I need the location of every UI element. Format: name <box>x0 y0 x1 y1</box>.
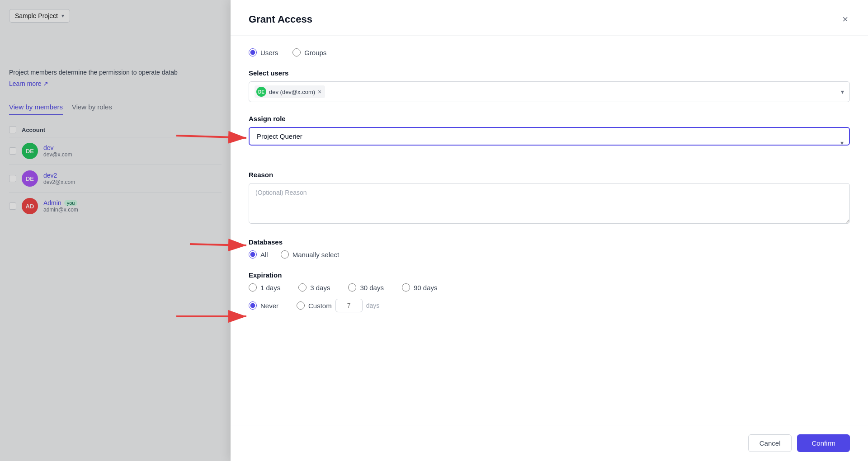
radio-exp-30days[interactable]: 30 days <box>348 283 384 292</box>
radio-databases-manual[interactable]: Manually select <box>281 250 339 259</box>
radio-exp-90days[interactable]: 90 days <box>402 283 438 292</box>
radio-30days-input[interactable] <box>348 283 356 292</box>
user-tag: DE dev (dev@x.com) × <box>255 85 325 98</box>
radio-users-label: Users <box>260 49 278 56</box>
modal-footer: Cancel Confirm <box>231 425 868 461</box>
radio-users[interactable]: Users <box>249 48 278 56</box>
days-unit-label: days <box>366 302 380 309</box>
user-tag-avatar: DE <box>256 87 266 97</box>
role-select[interactable]: Project Querier Project Owner Project De… <box>249 127 850 146</box>
grant-access-modal: Grant Access × Users Groups Select users… <box>231 0 868 461</box>
radio-databases-all[interactable]: All <box>249 250 268 259</box>
close-button[interactable]: × <box>840 13 850 26</box>
radio-3days-input[interactable] <box>298 283 307 292</box>
radio-exp-1days[interactable]: 1 days <box>249 283 280 292</box>
role-select-wrapper: Project Querier Project Owner Project De… <box>249 127 850 158</box>
radio-manual-input[interactable] <box>281 250 289 259</box>
select-users-label: Select users <box>249 69 850 77</box>
radio-groups-label: Groups <box>304 49 326 56</box>
reason-textarea[interactable] <box>249 183 850 224</box>
radio-30days-label: 30 days <box>360 284 384 292</box>
radio-groups-input[interactable] <box>292 48 301 56</box>
radio-exp-custom[interactable]: Custom days <box>297 299 379 312</box>
radio-groups[interactable]: Groups <box>292 48 326 56</box>
user-tag-name: dev (dev@x.com) <box>269 89 315 95</box>
radio-90days-input[interactable] <box>402 283 410 292</box>
radio-all-input[interactable] <box>249 250 257 259</box>
modal-title: Grant Access <box>249 14 312 25</box>
cancel-button[interactable]: Cancel <box>748 434 792 452</box>
radio-90days-label: 90 days <box>414 284 438 292</box>
radio-exp-3days[interactable]: 3 days <box>298 283 330 292</box>
modal-body: Users Groups Select users DE dev (dev@x.… <box>231 36 868 425</box>
expiration-row-2: Never Custom days <box>249 299 850 312</box>
radio-3days-label: 3 days <box>310 284 330 292</box>
remove-user-button[interactable]: × <box>318 89 321 95</box>
radio-manual-label: Manually select <box>292 251 339 259</box>
radio-1days-label: 1 days <box>260 284 280 292</box>
radio-users-input[interactable] <box>249 48 257 56</box>
reason-label: Reason <box>249 171 850 179</box>
custom-days-input[interactable] <box>335 299 363 312</box>
confirm-button[interactable]: Confirm <box>797 434 850 452</box>
expiration-row-1: 1 days 3 days 30 days 90 days <box>249 283 850 292</box>
radio-never-input[interactable] <box>249 301 257 310</box>
expiration-label: Expiration <box>249 271 850 279</box>
assign-role-label: Assign role <box>249 115 850 122</box>
radio-custom-input[interactable] <box>297 301 305 310</box>
user-select-box[interactable]: DE dev (dev@x.com) × ▾ <box>249 81 850 102</box>
custom-days-wrapper: days <box>335 299 380 312</box>
radio-1days-input[interactable] <box>249 283 257 292</box>
chevron-down-icon: ▾ <box>841 88 844 95</box>
databases-radio-group: All Manually select <box>249 250 850 259</box>
modal-header: Grant Access × <box>231 0 868 36</box>
databases-label: Databases <box>249 238 850 246</box>
radio-all-label: All <box>260 251 268 259</box>
radio-exp-never[interactable]: Never <box>249 301 278 310</box>
type-radio-group: Users Groups <box>249 48 850 56</box>
radio-custom-label: Custom <box>308 302 332 310</box>
radio-never-label: Never <box>260 302 278 310</box>
